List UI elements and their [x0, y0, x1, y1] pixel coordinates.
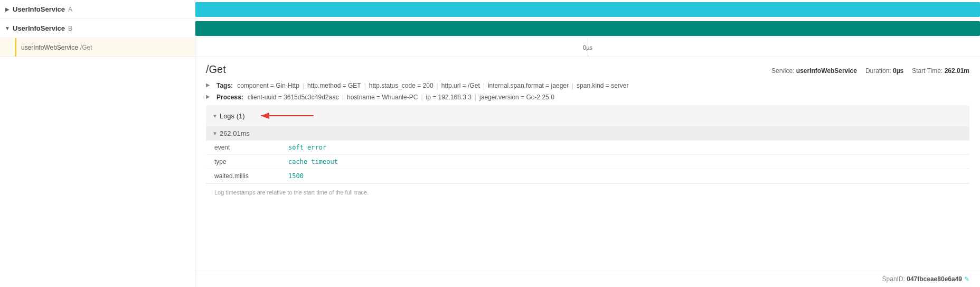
sidebar-item-service-b[interactable]: ▼ UserInfoService B [0, 19, 195, 38]
log-val-waited: 1500 [280, 169, 969, 183]
duration-meta: Duration: 0µs [865, 67, 903, 75]
process-row: ▶ Process: client-uuid = 3615d5c3c49d2aa… [206, 94, 969, 101]
log-key-waited: waited.millis [206, 169, 280, 183]
tags-items: component = Gin-Http | http.method = GET… [237, 82, 628, 89]
span-detail-area: /Get Service: userInfoWebService Duratio… [195, 57, 980, 271]
timeline-row-service-b [195, 19, 980, 38]
logs-label: Logs [220, 112, 234, 120]
log-key-event: event [206, 141, 280, 155]
main-panel: 0µs /Get Service: userInfoWebService Dur… [195, 0, 980, 287]
tags-label: Tags: [216, 82, 233, 89]
timeline-row-service-a [195, 0, 980, 19]
timeline-bar-b [195, 21, 980, 36]
logs-header[interactable]: ▼ Logs (1) [206, 105, 969, 126]
proc-1: hostname = Whuanle-PC [347, 94, 418, 101]
service-a-name: UserInfoService [13, 5, 65, 13]
sidebar: ▶ UserInfoService A ▼ UserInfoService B … [0, 0, 195, 287]
proc-2: ip = 192.168.3.3 [426, 94, 472, 101]
table-row: event soft error [206, 141, 969, 155]
span-header: /Get Service: userInfoWebService Duratio… [206, 63, 969, 76]
zero-marker: 0µs [583, 44, 592, 51]
duration-value: 0µs [893, 67, 903, 75]
chevron-right-icon: ▶ [4, 6, 11, 13]
sidebar-item-web-service[interactable]: userInfoWebService /Get [0, 38, 195, 57]
web-service-path: /Get [80, 44, 92, 51]
log-entry-expand-icon[interactable]: ▼ [212, 131, 218, 136]
log-val-type: cache timeout [280, 155, 969, 169]
service-meta-name: userInfoWebService [796, 67, 857, 75]
red-arrow-annotation [256, 109, 319, 122]
timeline-row-web-service: 0µs [195, 38, 980, 57]
span-id-footer: SpanID: 047fbceae80e6a49 ✎ [195, 271, 980, 287]
proc-3: jaeger.version = Go-2.25.0 [479, 94, 554, 101]
tag-1: http.method = GET [307, 82, 361, 89]
log-val-event: soft error [280, 141, 969, 155]
timeline-bar-a [195, 2, 980, 17]
span-id-label: SpanID: [882, 275, 905, 283]
tag-4: internal.span.format = jaeger [488, 82, 569, 89]
log-key-type: type [206, 155, 280, 169]
table-row: type cache timeout [206, 155, 969, 169]
log-timestamp: 262.01ms [220, 129, 250, 137]
tag-2: http.status_code = 200 [369, 82, 434, 89]
log-note: Log timestamps are relative to the start… [206, 183, 969, 201]
proc-0: client-uuid = 3615d5c3c49d2aac [248, 94, 339, 101]
log-entry-header[interactable]: ▼ 262.01ms [206, 126, 969, 141]
timeline-bars: 0µs [195, 0, 980, 57]
service-a-label: A [68, 6, 72, 13]
tag-0: component = Gin-Http [237, 82, 299, 89]
span-meta: Service: userInfoWebService Duration: 0µ… [771, 67, 969, 75]
logs-expand-icon[interactable]: ▼ [212, 113, 218, 119]
web-service-name: userInfoWebService [21, 44, 78, 51]
tag-3: http.url = /Get [441, 82, 480, 89]
process-label: Process: [216, 94, 243, 101]
service-b-label: B [68, 25, 72, 32]
service-meta: Service: userInfoWebService [771, 67, 857, 75]
tags-row: ▶ Tags: component = Gin-Http | http.meth… [206, 82, 969, 89]
process-expand-icon[interactable]: ▶ [206, 94, 210, 99]
tags-expand-icon[interactable]: ▶ [206, 82, 210, 88]
process-items: client-uuid = 3615d5c3c49d2aac | hostnam… [248, 94, 554, 101]
start-time-value: 262.01m [945, 67, 969, 75]
logs-count: (1) [237, 112, 245, 120]
sidebar-empty [0, 57, 195, 287]
start-time-meta: Start Time: 262.01m [912, 67, 969, 75]
sidebar-item-service-a[interactable]: ▶ UserInfoService A [0, 0, 195, 19]
tag-5: span.kind = server [577, 82, 628, 89]
copy-span-id-icon[interactable]: ✎ [964, 275, 969, 283]
service-b-name: UserInfoService [13, 24, 65, 32]
chevron-down-icon: ▼ [4, 25, 11, 32]
span-id-value: 047fbceae80e6a49 [907, 275, 962, 283]
logs-section: ▼ Logs (1) ▼ [206, 105, 969, 201]
table-row: waited.millis 1500 [206, 169, 969, 183]
span-title: /Get [206, 63, 226, 76]
log-table: event soft error type cache timeout wait… [206, 141, 969, 183]
